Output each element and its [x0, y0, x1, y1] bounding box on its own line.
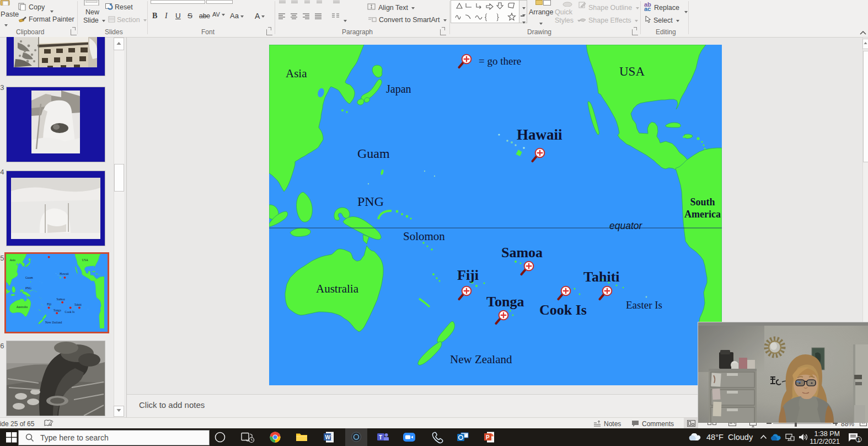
- svg-text:equator: equator: [609, 220, 643, 231]
- svg-text:Tonga: Tonga: [53, 309, 61, 312]
- svg-text:USA: USA: [619, 65, 645, 78]
- svg-text:Fiji: Fiji: [47, 302, 51, 306]
- svg-text:Tahiti: Tahiti: [74, 303, 82, 306]
- svg-text:Australia: Australia: [16, 305, 28, 309]
- svg-text:P: P: [486, 434, 490, 440]
- svg-text:Solomon: Solomon: [403, 230, 445, 243]
- svg-text:Guam: Guam: [357, 146, 390, 161]
- svg-text:Asia: Asia: [10, 258, 16, 262]
- svg-text:Hawaii: Hawaii: [60, 272, 69, 275]
- svg-text:Samoa: Samoa: [501, 245, 543, 261]
- svg-text:New Zealand: New Zealand: [45, 321, 62, 324]
- svg-text:Fiji: Fiji: [457, 267, 479, 283]
- svg-text:Asia: Asia: [286, 67, 307, 80]
- svg-text:Cook Is: Cook Is: [539, 302, 587, 318]
- svg-text:T: T: [379, 434, 382, 440]
- svg-text:W: W: [325, 434, 331, 440]
- svg-text:Guam: Guam: [25, 276, 33, 279]
- svg-text:New Zealand: New Zealand: [450, 353, 512, 366]
- svg-text:America: America: [684, 209, 721, 220]
- svg-text:PNG: PNG: [357, 194, 384, 209]
- svg-text:Japan: Japan: [386, 83, 411, 95]
- svg-text:USA: USA: [82, 258, 89, 262]
- svg-text:Hawaii: Hawaii: [517, 126, 562, 143]
- svg-text:South: South: [690, 197, 715, 208]
- svg-text:PNG: PNG: [25, 286, 31, 290]
- svg-text:Australia: Australia: [316, 282, 359, 295]
- svg-text:= go there: = go there: [479, 55, 521, 67]
- svg-text:1: 1: [858, 437, 860, 443]
- svg-text:Cook Is: Cook Is: [65, 310, 74, 314]
- svg-text:Tonga: Tonga: [486, 294, 524, 310]
- svg-text:Tahiti: Tahiti: [583, 269, 620, 285]
- svg-text:Samoa: Samoa: [56, 298, 65, 301]
- svg-text:Easter Is: Easter Is: [626, 299, 662, 311]
